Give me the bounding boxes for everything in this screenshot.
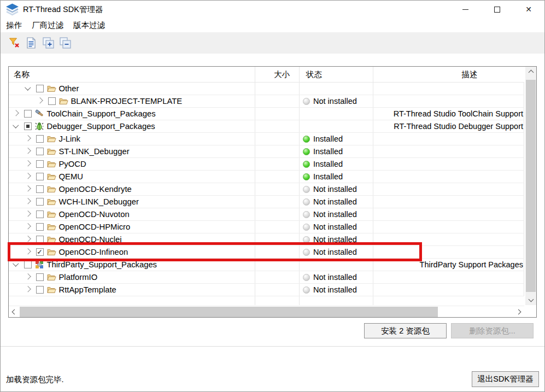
folder-icon: [47, 235, 56, 244]
minimize-button[interactable]: [449, 1, 481, 18]
table-row[interactable]: OpenOCD-HPMicroNot installed: [9, 221, 524, 233]
chevron-right-icon[interactable]: [25, 224, 31, 230]
column-header-description[interactable]: 描述: [373, 67, 524, 82]
menu-vendor-filter[interactable]: 厂商过滤: [32, 19, 68, 32]
collapse-all-button[interactable]: [58, 37, 72, 50]
chevron-down-icon: [528, 297, 534, 302]
folder-icon: [47, 197, 56, 206]
table-row[interactable]: OpenOCD-InfineonNot installed: [9, 246, 524, 259]
table-row[interactable]: OpenOCD-NucleiNot installed: [9, 233, 524, 246]
install-packages-button[interactable]: 安装 2 资源包: [364, 323, 447, 338]
package-name-label: OpenOCD-Nuclei: [59, 235, 122, 244]
chevron-down-icon[interactable]: [13, 261, 19, 267]
chevron-right-icon[interactable]: [25, 249, 31, 255]
row-checkbox[interactable]: [36, 160, 44, 168]
package-name-label: OpenOCD-Infineon: [59, 248, 128, 256]
window-controls: ✕: [449, 1, 544, 18]
table-row[interactable]: PyOCDInstalled: [9, 158, 524, 171]
row-checkbox[interactable]: [36, 185, 44, 193]
chevron-right-icon[interactable]: [25, 211, 31, 217]
not-installed-status-icon: [303, 198, 310, 206]
expand-all-button[interactable]: [42, 37, 55, 50]
table-row[interactable]: OpenOCD-NuvotonNot installed: [9, 208, 524, 221]
row-checkbox[interactable]: [36, 85, 44, 92]
menu-bar: 操作 厂商过滤 版本过滤: [1, 18, 544, 32]
scroll-left-arrow[interactable]: [9, 306, 19, 318]
cell-size: [255, 259, 300, 271]
table-row[interactable]: WCH-LINK_DebuggerNot installed: [9, 196, 524, 208]
scroll-down-arrow[interactable]: [525, 295, 536, 305]
chevron-right-icon[interactable]: [25, 274, 31, 280]
row-checkbox[interactable]: [36, 248, 44, 256]
menu-operation[interactable]: 操作: [6, 19, 27, 32]
chevron-right-icon[interactable]: [25, 286, 31, 292]
close-button[interactable]: ✕: [513, 1, 544, 18]
table-row[interactable]: ThirdParty_Support_PackagesThirdParty Su…: [9, 259, 524, 271]
row-checkbox[interactable]: [24, 261, 32, 268]
row-checkbox[interactable]: [36, 198, 44, 206]
table-row[interactable]: QEMUInstalled: [9, 171, 524, 183]
cell-status: Not installed: [300, 196, 373, 208]
row-checkbox[interactable]: [36, 210, 44, 218]
chevron-down-icon[interactable]: [13, 122, 19, 128]
scroll-up-arrow[interactable]: [525, 67, 536, 77]
row-checkbox[interactable]: [48, 97, 56, 105]
row-checkbox[interactable]: [36, 273, 44, 281]
exit-sdk-manager-button[interactable]: 退出SDK管理器: [472, 371, 539, 387]
table-row[interactable]: Other: [9, 83, 524, 95]
column-header-name[interactable]: 名称: [9, 67, 255, 82]
chevron-right-icon[interactable]: [25, 198, 31, 204]
row-checkbox[interactable]: [24, 110, 32, 118]
row-checkbox[interactable]: [36, 286, 44, 294]
row-checkbox[interactable]: [36, 135, 44, 143]
chevron-left-icon: [12, 309, 17, 315]
not-installed-status-icon: [303, 186, 310, 193]
vertical-scrollbar-thumb[interactable]: [526, 80, 536, 292]
table-row[interactable]: PlatformIONot installed: [9, 271, 524, 284]
log-button[interactable]: [25, 37, 38, 50]
column-header-size[interactable]: 大小: [255, 67, 300, 82]
row-checkbox[interactable]: [36, 223, 44, 231]
cell-status: Not installed: [300, 95, 373, 107]
cell-description: [373, 208, 524, 220]
installed-status-icon: [303, 148, 310, 155]
table-row[interactable]: ST-LINK_DebuggerInstalled: [9, 145, 524, 158]
chevron-right-icon[interactable]: [25, 148, 31, 154]
chevron-right-icon[interactable]: [25, 173, 31, 179]
chevron-right-icon[interactable]: [25, 236, 31, 242]
package-name-label: OpenOCD-HPMicro: [59, 223, 131, 231]
table-row[interactable]: ToolChain_Support_PackagesRT-Thread Stud…: [9, 108, 524, 120]
table-row[interactable]: RttAppTemplateNot installed: [9, 284, 524, 296]
chevron-right-icon[interactable]: [25, 186, 31, 192]
chevron-right-icon[interactable]: [13, 110, 19, 116]
scroll-right-arrow[interactable]: [514, 306, 524, 318]
row-checkbox[interactable]: [36, 148, 44, 155]
row-checkbox[interactable]: [36, 236, 44, 243]
cell-description: [373, 171, 524, 183]
vertical-scrollbar[interactable]: [525, 67, 536, 305]
not-installed-status-icon: [303, 236, 310, 243]
chevron-right-icon[interactable]: [25, 136, 31, 142]
table-row[interactable]: BLANK-PROJECT-TEMPLATENot installed: [9, 95, 524, 108]
chevron-right-icon[interactable]: [37, 98, 43, 104]
row-checkbox[interactable]: [24, 122, 32, 130]
status-label: Not installed: [313, 197, 357, 206]
row-checkbox[interactable]: [36, 173, 44, 180]
cell-description: [373, 284, 524, 296]
chevron-down-icon[interactable]: [25, 85, 31, 91]
table-row[interactable]: OpenOCD-KendryteNot installed: [9, 183, 524, 196]
cell-status: Not installed: [300, 284, 373, 296]
table-row[interactable]: J-LinkInstalled: [9, 133, 524, 145]
table-row[interactable]: Debugger_Support_PackagesRT-Thread Studi…: [9, 120, 524, 133]
column-header-status[interactable]: 状态: [300, 67, 373, 82]
cell-size: [255, 271, 300, 283]
chevron-right-icon[interactable]: [25, 161, 31, 167]
cell-description: [373, 221, 524, 233]
cell-status: Installed: [300, 158, 373, 170]
clear-filter-button[interactable]: [8, 37, 21, 50]
horizontal-scrollbar-thumb[interactable]: [20, 307, 438, 317]
maximize-button[interactable]: [481, 1, 513, 18]
not-installed-status-icon: [303, 224, 310, 231]
horizontal-scrollbar[interactable]: [9, 306, 524, 317]
menu-version-filter[interactable]: 版本过滤: [73, 19, 110, 32]
